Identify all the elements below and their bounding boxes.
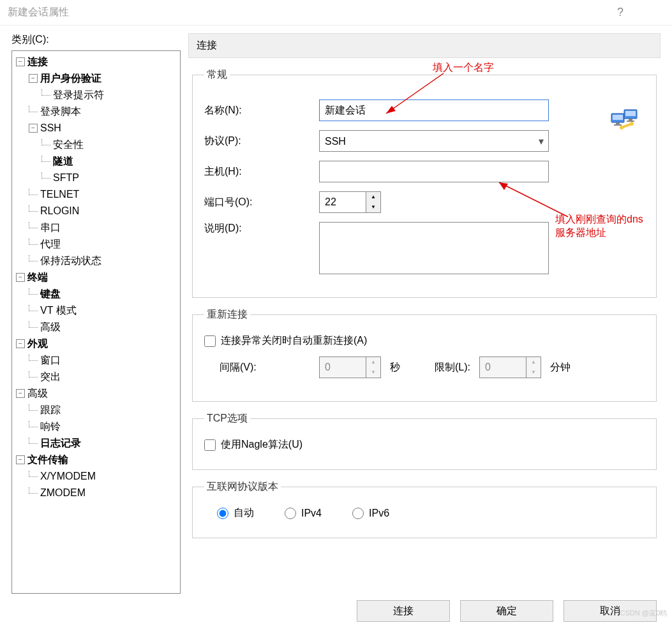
radio-ipv4[interactable]: IPv4 <box>285 506 322 520</box>
collapse-icon[interactable]: − <box>16 57 25 66</box>
description-textarea[interactable] <box>319 222 549 274</box>
interval-label: 间隔(V): <box>204 361 319 374</box>
interval-spinner: ▲ ▼ <box>319 356 381 378</box>
limit-down-button: ▼ <box>526 367 541 378</box>
tree-item[interactable]: 保持活动状态 <box>12 253 180 269</box>
port-spinner[interactable]: ▲ ▼ <box>319 191 381 213</box>
name-input[interactable] <box>319 99 549 121</box>
auto-reconnect-checkbox[interactable] <box>204 335 216 347</box>
tree-item[interactable]: −SSH <box>12 120 180 136</box>
close-button[interactable] <box>635 0 664 26</box>
tree-item[interactable]: −连接 <box>12 54 180 70</box>
tree-item[interactable]: 安全性 <box>12 136 180 153</box>
group-reconnect-legend: 重新连接 <box>204 308 250 321</box>
tree-item[interactable]: 键盘 <box>12 286 180 302</box>
limit-unit: 分钟 <box>550 361 571 374</box>
radio-auto[interactable]: 自动 <box>217 506 254 520</box>
tree-item[interactable]: VT 模式 <box>12 302 180 319</box>
tree-item[interactable]: −外观 <box>12 335 180 352</box>
tree-item-label: 终端 <box>27 271 48 284</box>
tree-item[interactable]: −高级 <box>12 385 180 402</box>
tree-item[interactable]: ZMODEM <box>12 485 180 501</box>
tree-connector-icon <box>29 255 38 261</box>
tree-item[interactable]: TELNET <box>12 186 180 203</box>
group-tcp-legend: TCP选项 <box>204 412 250 425</box>
tree-item[interactable]: 高级 <box>12 319 180 335</box>
interval-up-button: ▲ <box>366 357 380 367</box>
tree-item[interactable]: 响铃 <box>12 418 180 435</box>
radio-auto-input[interactable] <box>217 508 228 519</box>
tree-item[interactable]: 代理 <box>12 236 180 253</box>
limit-input <box>480 357 526 378</box>
tree-item-label: 隧道 <box>53 155 73 168</box>
port-input[interactable] <box>320 192 366 212</box>
radio-ipv6[interactable]: IPv6 <box>352 506 389 520</box>
ok-button[interactable]: 确定 <box>460 600 553 622</box>
interval-unit: 秒 <box>390 361 400 374</box>
tree-item-label: 键盘 <box>40 288 61 301</box>
description-label: 说明(D): <box>204 222 319 235</box>
protocol-select[interactable]: SSH <box>319 130 549 152</box>
tree-connector-icon <box>41 172 50 179</box>
tree-item-label: 代理 <box>40 238 61 251</box>
collapse-icon[interactable]: − <box>16 455 25 464</box>
tree-item-label: 安全性 <box>53 138 84 152</box>
group-general-legend: 常规 <box>204 68 230 82</box>
tree-item[interactable]: 登录提示符 <box>12 87 180 103</box>
port-down-button[interactable]: ▼ <box>366 202 380 212</box>
tree-item-label: 窗口 <box>40 354 61 367</box>
tree-item[interactable]: 突出 <box>12 369 180 385</box>
tree-item-label: 日志记录 <box>40 437 81 450</box>
nagle-checkbox[interactable] <box>204 439 216 451</box>
tree-item[interactable]: −文件传输 <box>12 452 180 468</box>
interval-input <box>320 357 366 378</box>
tree-item-label: 响铃 <box>40 420 61 434</box>
interval-down-button: ▼ <box>366 367 380 378</box>
group-general: 常规 名称(N): <box>192 68 657 298</box>
tree-item[interactable]: −终端 <box>12 269 180 286</box>
radio-ipv4-input[interactable] <box>285 508 296 519</box>
panel-header: 连接 <box>188 33 661 58</box>
tree-item[interactable]: 隧道 <box>12 153 180 170</box>
tree-item[interactable]: 日志记录 <box>12 435 180 452</box>
tree-connector-icon <box>29 205 38 212</box>
tree-item[interactable]: 窗口 <box>12 352 180 369</box>
tree-connector-icon <box>29 471 38 477</box>
limit-spinner: ▲ ▼ <box>479 356 541 378</box>
tree-item-label: 突出 <box>40 371 61 384</box>
collapse-icon[interactable]: − <box>16 339 25 348</box>
host-input[interactable] <box>319 161 549 182</box>
tree-connector-icon <box>29 421 38 427</box>
collapse-icon[interactable]: − <box>29 74 38 83</box>
protocol-label: 协议(P): <box>204 135 319 148</box>
tree-item-label: 登录脚本 <box>40 105 81 119</box>
port-up-button[interactable]: ▲ <box>366 192 380 202</box>
tree-item-label: SSH <box>40 122 61 134</box>
collapse-icon[interactable]: − <box>29 124 38 133</box>
host-label: 主机(H): <box>204 165 319 179</box>
tree-item-label: 登录提示符 <box>53 89 104 102</box>
tree-connector-icon <box>29 355 38 361</box>
help-button[interactable]: ? <box>606 0 635 26</box>
collapse-icon[interactable]: − <box>16 273 25 282</box>
tree-connector-icon <box>29 437 38 444</box>
tree-connector-icon <box>29 305 38 311</box>
connect-button[interactable]: 连接 <box>357 600 450 622</box>
watermark: CSDN @蓝0鸥 <box>620 608 667 618</box>
tree-connector-icon <box>41 156 50 162</box>
radio-ipv6-input[interactable] <box>352 508 364 519</box>
collapse-icon[interactable]: − <box>16 389 25 398</box>
tree-item-label: TELNET <box>40 189 79 200</box>
tree-item[interactable]: X/YMODEM <box>12 468 180 485</box>
tree-item[interactable]: 串口 <box>12 219 180 236</box>
connection-icon <box>610 107 641 135</box>
tree-connector-icon <box>29 106 38 112</box>
tree-item[interactable]: 登录脚本 <box>12 103 180 120</box>
tree-item[interactable]: −用户身份验证 <box>12 70 180 87</box>
tree-connector-icon <box>29 404 38 411</box>
tree-connector-icon <box>29 222 38 228</box>
tree-item[interactable]: SFTP <box>12 170 180 186</box>
tree-item[interactable]: RLOGIN <box>12 203 180 219</box>
tree-item[interactable]: 跟踪 <box>12 402 180 418</box>
category-tree[interactable]: −连接−用户身份验证登录提示符登录脚本−SSH安全性隧道SFTPTELNETRL… <box>11 50 181 594</box>
